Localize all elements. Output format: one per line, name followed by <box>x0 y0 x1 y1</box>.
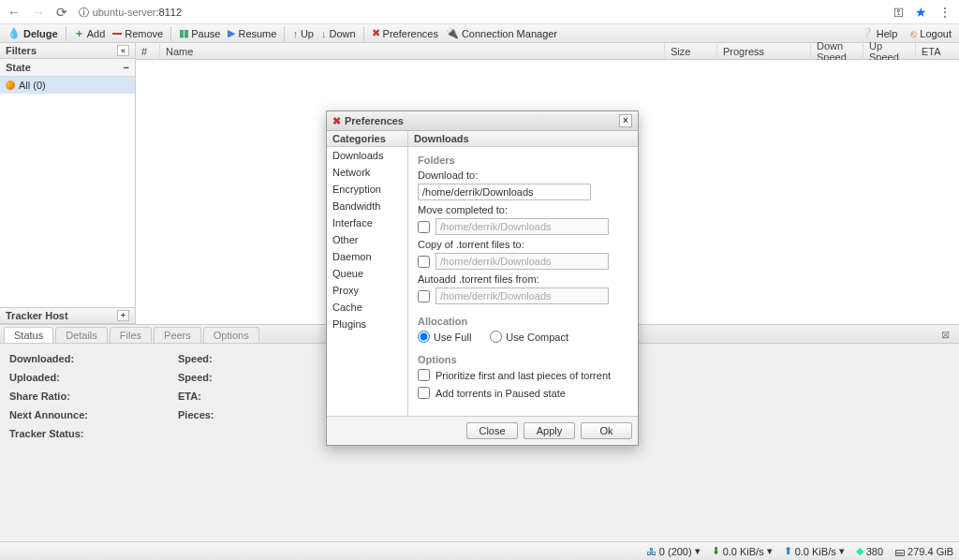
dht-icon: ◆ <box>856 545 863 557</box>
col-size[interactable]: Size <box>665 44 717 59</box>
copy-torrent-input <box>435 253 609 270</box>
brand-button[interactable]: 💧Deluge <box>4 26 62 40</box>
pause-button[interactable]: ▮▮Pause <box>175 26 224 40</box>
add-paused-checkbox[interactable] <box>418 387 430 399</box>
globe-icon <box>6 81 15 90</box>
forward-icon[interactable]: → <box>32 5 45 20</box>
bookmark-star-icon[interactable]: ★ <box>915 5 927 20</box>
category-plugins[interactable]: Plugins <box>327 316 407 332</box>
browser-menu-icon[interactable]: ⋮ <box>938 5 952 20</box>
down-label: Down <box>329 28 355 39</box>
tools-icon: ✖ <box>372 27 380 39</box>
status-down-speed[interactable]: ⬇0.0 KiB/s▾ <box>712 545 773 557</box>
col-eta[interactable]: ETA <box>916 44 959 59</box>
copy-torrent-label: Copy of .torrent files to: <box>418 239 628 250</box>
down-button[interactable]: ↓Down <box>317 27 360 40</box>
col-num[interactable]: # <box>136 44 160 59</box>
reload-icon[interactable]: ⟳ <box>56 5 67 20</box>
key-icon[interactable]: ⚿ <box>893 7 904 18</box>
download-to-input[interactable] <box>418 184 591 200</box>
label-pieces: Pieces: <box>178 409 214 420</box>
minus-icon <box>112 33 122 35</box>
play-icon: ▶ <box>228 27 235 39</box>
expand-tracker-icon[interactable]: + <box>117 310 129 321</box>
category-bandwidth[interactable]: Bandwidth <box>327 198 407 214</box>
col-progress[interactable]: Progress <box>717 44 811 59</box>
logout-label: Logout <box>920 28 952 39</box>
category-cache[interactable]: Cache <box>327 299 407 316</box>
filter-state-header[interactable]: State − <box>0 59 135 77</box>
apply-button[interactable]: Apply <box>524 422 575 439</box>
tab-status[interactable]: Status <box>4 327 53 343</box>
remove-button[interactable]: Remove <box>109 27 167 40</box>
status-disk[interactable]: 🖴279.4 GiB <box>894 546 953 557</box>
collapse-details-icon[interactable]: ⊠ <box>936 327 955 343</box>
resume-button[interactable]: ▶Resume <box>224 26 280 40</box>
collapse-sidebar-icon[interactable]: « <box>117 45 129 56</box>
close-button[interactable]: Close <box>466 422 518 439</box>
ok-button[interactable]: Ok <box>581 422 632 439</box>
disk-icon: 🖴 <box>894 546 905 557</box>
filter-all[interactable]: All (0) <box>0 77 135 94</box>
status-dht-value: 380 <box>866 546 883 557</box>
preferences-button[interactable]: ✖Preferences <box>368 26 442 40</box>
prioritize-checkbox[interactable] <box>418 369 430 381</box>
category-network[interactable]: Network <box>327 164 407 181</box>
use-compact-radio[interactable]: Use Compact <box>490 331 568 343</box>
sidebar: Filters « State − All (0) Tracker Host + <box>0 43 136 324</box>
autoadd-checkbox[interactable] <box>418 290 430 302</box>
remove-label: Remove <box>125 28 163 39</box>
status-connections[interactable]: 🖧0 (200)▾ <box>646 545 701 557</box>
use-full-radio-input[interactable] <box>418 331 430 343</box>
dialog-titlebar[interactable]: ✖ Preferences × <box>327 111 638 131</box>
options-heading: Options <box>418 354 628 365</box>
preferences-dialog: ✖ Preferences × Categories Downloads Net… <box>326 111 639 446</box>
back-icon[interactable]: ← <box>7 5 21 20</box>
use-compact-radio-input[interactable] <box>490 331 502 343</box>
up-label: Up <box>301 28 314 39</box>
category-proxy[interactable]: Proxy <box>327 282 407 299</box>
category-daemon[interactable]: Daemon <box>327 248 407 265</box>
category-encryption[interactable]: Encryption <box>327 181 407 198</box>
dialog-close-icon[interactable]: × <box>619 114 632 127</box>
category-downloads[interactable]: Downloads <box>327 147 407 164</box>
state-label: State <box>6 62 31 73</box>
label-eta: ETA: <box>178 391 201 402</box>
col-name[interactable]: Name <box>160 44 665 59</box>
label-uploaded: Uploaded: <box>9 372 60 383</box>
prioritize-label: Prioritize first and last pieces of torr… <box>435 370 611 381</box>
pause-icon: ▮▮ <box>179 27 188 39</box>
status-down-value: 0.0 KiB/s <box>723 546 764 557</box>
move-completed-checkbox[interactable] <box>418 221 430 233</box>
network-icon: 🖧 <box>646 546 657 557</box>
filters-title: Filters <box>6 45 37 56</box>
category-interface[interactable]: Interface <box>327 214 407 231</box>
collapse-state-icon[interactable]: − <box>124 62 129 73</box>
preferences-label: Preferences <box>383 28 438 39</box>
status-up-speed[interactable]: ⬆0.0 KiB/s▾ <box>784 545 845 557</box>
tab-details[interactable]: Details <box>55 327 108 343</box>
tab-peers[interactable]: Peers <box>154 327 201 343</box>
content-header: Downloads <box>408 131 638 147</box>
connection-manager-button[interactable]: 🔌Connection Manager <box>442 26 561 40</box>
add-button[interactable]: ＋Add <box>70 25 110 41</box>
download-to-label: Download to: <box>418 169 628 181</box>
tracker-host-header[interactable]: Tracker Host + <box>0 307 135 324</box>
use-compact-label: Use Compact <box>506 332 568 343</box>
categories-panel: Categories Downloads Network Encryption … <box>327 131 408 416</box>
url-display[interactable]: ⓘ ubuntu-server:8112 <box>79 5 182 20</box>
copy-torrent-checkbox[interactable] <box>418 256 430 268</box>
category-other[interactable]: Other <box>327 231 407 248</box>
chevron-down-icon: ▾ <box>695 545 701 557</box>
label-share-ratio: Share Ratio: <box>9 391 70 402</box>
status-dht[interactable]: ◆380 <box>856 545 883 557</box>
tab-files[interactable]: Files <box>110 327 152 343</box>
category-queue[interactable]: Queue <box>327 265 407 282</box>
dialog-title: Preferences <box>345 115 404 126</box>
use-full-radio[interactable]: Use Full <box>418 331 471 343</box>
brand-label: Deluge <box>23 28 58 39</box>
pause-label: Pause <box>191 28 220 39</box>
status-bar: 🖧0 (200)▾ ⬇0.0 KiB/s▾ ⬆0.0 KiB/s▾ ◆380 🖴… <box>0 541 959 560</box>
up-button[interactable]: ↑Up <box>288 27 317 40</box>
tab-options[interactable]: Options <box>203 327 259 343</box>
